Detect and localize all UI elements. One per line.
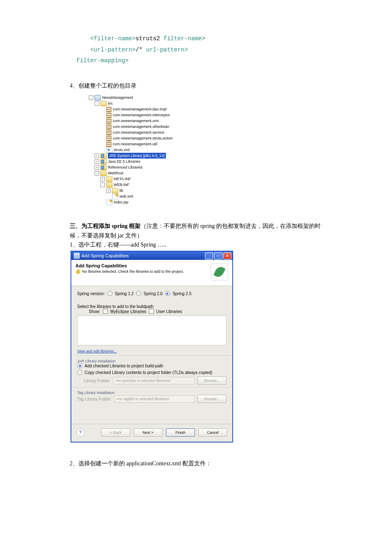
tree-toggle[interactable]: -	[95, 171, 99, 176]
library-icon	[100, 159, 107, 164]
radio-label: Spring 1.2	[115, 291, 134, 296]
tree-node-jre-selected[interactable]: JRE System Library [jdk1.6.0_14]	[108, 153, 166, 159]
tree-toggle[interactable]: +	[95, 165, 99, 170]
tree-node-indexjsp[interactable]: index.jsp	[114, 199, 129, 205]
package-icon	[106, 130, 112, 135]
tree-node-webroot[interactable]: WebRoot	[108, 170, 123, 176]
tree-node-package[interactable]: com.newsmanagement.orm	[113, 118, 159, 124]
radio-label: Spring 2.0	[144, 291, 163, 296]
tree-node-src[interactable]: src	[108, 100, 113, 106]
checkbox-label: User Libraries	[156, 309, 182, 314]
tree-node-package[interactable]: com.newsmanagement.service	[113, 130, 164, 135]
radio-spring-2-5[interactable]	[165, 291, 170, 296]
tree-node-package[interactable]: com.newsmanagement.util	[113, 141, 157, 147]
browse-button: Browse...	[197, 395, 226, 403]
close-button[interactable]: ×	[223, 252, 231, 259]
radio-label: Spring 2.5	[173, 291, 192, 296]
package-icon	[106, 112, 112, 118]
tree-node-package[interactable]: com.newsmanagement.otherbean	[113, 124, 169, 130]
dialog-title: Add Spring Capabilities	[81, 253, 129, 258]
section-3-heading-bold: 三、为工程添加 spring 框架	[70, 223, 141, 229]
section-3-step-2: 2、选择创建一个新的 applicationContext.xml 配置文件：	[70, 459, 322, 468]
radio-label: Add checked Libraries to project build-p…	[85, 364, 163, 368]
folder-open-icon	[106, 182, 112, 188]
libraries-list[interactable]	[77, 315, 226, 345]
tag-folder-label: Tag Library Folder:	[77, 397, 112, 401]
tree-toggle[interactable]: +	[95, 154, 99, 158]
finish-button[interactable]: Finish	[166, 428, 195, 437]
folder-icon	[112, 188, 118, 193]
code-tag: <filter-name>	[90, 35, 136, 42]
maximize-button[interactable]: □	[214, 252, 222, 259]
radio-add-to-buildpath[interactable]	[77, 363, 82, 368]
tree-node-referenced[interactable]: Referenced Libraries	[108, 164, 143, 170]
code-tag: filter-name>	[160, 35, 205, 42]
tree-node-package[interactable]: com.newsmanagement.interceptor	[113, 112, 170, 118]
tree-toggle[interactable]: -	[100, 183, 105, 187]
tree-node-struts-xml[interactable]: struts.xml	[114, 147, 130, 153]
package-explorer-tree: -NewsManagement -src com.newsmanagement.…	[86, 93, 195, 208]
code-text: struts2	[136, 35, 160, 42]
tree-toggle[interactable]: +	[95, 159, 99, 164]
spring-leaf-icon	[211, 263, 228, 281]
tree-toggle[interactable]: -	[95, 101, 99, 106]
dialog-banner: Add Spring Capabilities ! No libraries s…	[71, 260, 232, 286]
jar-install-title: JAR Library Installation	[77, 359, 226, 363]
select-libraries-label: Select the libraries to add to the build…	[77, 304, 226, 309]
tree-node-metainf[interactable]: META-INF	[114, 176, 131, 182]
heading-step-4: 4、创建整个工程的包目录	[70, 81, 322, 90]
tag-folder-input: <no taglibs in selected libraries>	[114, 395, 195, 403]
warning-icon: !	[75, 269, 80, 274]
library-folder-label: Library Folder:	[84, 379, 110, 383]
package-icon	[106, 118, 112, 124]
code-tag: filter-mapping>	[76, 57, 129, 64]
add-spring-dialog: Add Spring Capabilities _ □ × Add Spring…	[71, 251, 233, 443]
package-icon	[106, 124, 112, 130]
code-text: /*	[136, 46, 143, 53]
tree-toggle[interactable]: +	[100, 177, 105, 181]
view-edit-link[interactable]: View and edit libraries...	[77, 349, 117, 353]
spring-version-label: Spring version:	[77, 291, 105, 296]
show-label: Show:	[89, 309, 100, 314]
code-tag: <url-pattern>	[90, 46, 136, 53]
section-3-step-1: 1、选中工程，右键——add Spring …..	[70, 240, 322, 249]
help-button[interactable]: ?	[76, 428, 85, 437]
library-folder-input: <no jars/zips in selected libraries>	[113, 377, 195, 384]
tree-node-project[interactable]: NewsManagement	[102, 95, 133, 100]
back-button: < Back	[101, 428, 130, 437]
package-icon	[106, 136, 112, 141]
radio-spring-2-0[interactable]	[136, 291, 141, 296]
tree-toggle[interactable]: -	[89, 95, 93, 100]
radio-copy-to-folder[interactable]	[77, 370, 82, 375]
folder-icon	[100, 101, 107, 106]
dialog-titlebar[interactable]: Add Spring Capabilities _ □ ×	[71, 252, 232, 260]
tree-toggle[interactable]: +	[106, 188, 111, 193]
checkbox-user-libs[interactable]	[149, 309, 154, 314]
code-tag: url-pattern>	[143, 46, 188, 53]
radio-label: Copy checked Library contents to project…	[85, 370, 212, 375]
tree-node-webxml[interactable]: web.xml	[119, 193, 133, 199]
section-3-heading: 三、为工程添加 spring 框架（注意：不要把所有的 spring 的包都复制…	[70, 222, 322, 240]
banner-message: No libraries selected. Check the librari…	[82, 269, 184, 274]
library-icon	[100, 165, 107, 170]
dialog-app-icon	[74, 253, 80, 259]
minimize-button[interactable]: _	[205, 252, 213, 259]
cancel-button[interactable]: Cancel	[198, 428, 227, 437]
tree-node-javaee[interactable]: Java EE 5 Libraries	[108, 159, 140, 164]
tree-node-package[interactable]: com.newsmanagement.dao.impl	[113, 106, 167, 112]
radio-spring-1-2[interactable]	[107, 291, 112, 296]
tree-node-webinf[interactable]: WEB-INF	[114, 182, 129, 188]
folder-icon	[106, 176, 112, 182]
checkbox-label: MyEclipse Libraries	[110, 309, 146, 314]
package-icon	[106, 107, 112, 112]
package-icon	[106, 142, 112, 147]
tree-node-package[interactable]: com.newsmanagement.struts.action	[113, 135, 173, 141]
next-button[interactable]: Next >	[134, 428, 163, 437]
library-icon	[100, 153, 107, 159]
xml-file-icon	[112, 194, 118, 199]
checkbox-myeclipse-libs[interactable]	[103, 309, 108, 314]
tree-node-lib[interactable]: lib	[119, 188, 123, 193]
banner-title: Add Spring Capabilities	[75, 263, 184, 268]
xml-code-block: <filter-name>struts2 filter-name> <url-p…	[76, 33, 322, 66]
browse-button: Browse...	[197, 377, 226, 385]
